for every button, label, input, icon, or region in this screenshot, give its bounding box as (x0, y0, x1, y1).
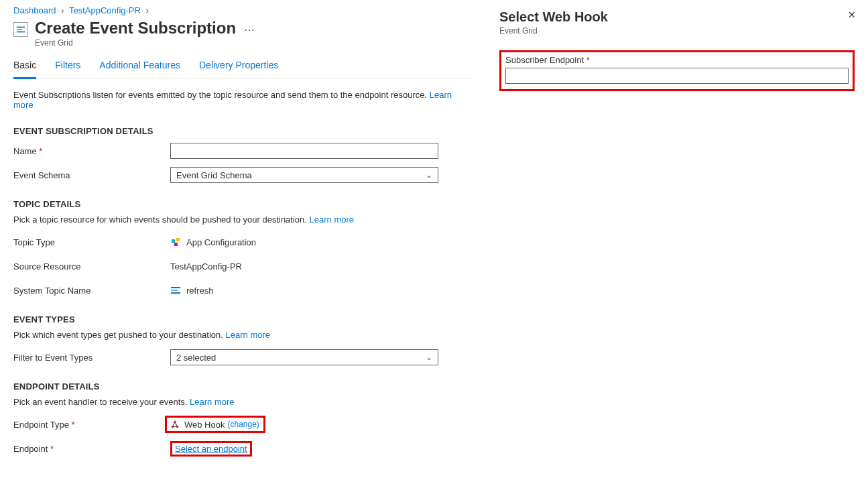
chevron-right-icon: › (61, 5, 64, 15)
tab-delivery-properties[interactable]: Delivery Properties (199, 56, 278, 78)
panel-subtitle: Event Grid (499, 26, 855, 36)
topic-type-value: App Configuration (186, 237, 256, 247)
label-endpoint-text: Endpoint (13, 444, 48, 454)
section-title-endpoint: ENDPOINT DETAILS (13, 381, 473, 392)
svg-rect-8 (171, 292, 180, 294)
page-title-block: Create Event Subscription Event Grid (35, 19, 236, 48)
label-subscriber-endpoint-text: Subscriber Endpoint (505, 55, 584, 65)
svg-rect-7 (171, 290, 178, 291)
breadcrumb-link-resource[interactable]: TestAppConfig-PR (69, 5, 141, 15)
system-topic-icon (170, 285, 181, 296)
svg-rect-1 (17, 29, 23, 30)
label-topic-type: Topic Type (13, 237, 170, 247)
endpoint-description: Pick an event handler to receive your ev… (13, 397, 473, 407)
source-resource-value: TestAppConfig-PR (170, 261, 242, 272)
tab-filters[interactable]: Filters (55, 56, 80, 78)
endpoint-type-value: Web Hook (184, 420, 225, 430)
svg-rect-4 (176, 238, 180, 241)
schema-value: Event Grid Schema (176, 170, 252, 180)
subscriber-endpoint-input[interactable] (505, 68, 849, 84)
label-name: Name * (13, 146, 170, 156)
change-endpoint-link[interactable]: (change) (227, 420, 259, 429)
label-schema: Event Schema (13, 170, 170, 180)
name-input[interactable] (170, 143, 438, 159)
learn-more-link-endpoint[interactable]: Learn more (190, 397, 234, 407)
label-name-text: Name (13, 146, 37, 156)
learn-more-link-topic[interactable]: Learn more (310, 215, 354, 225)
row-name: Name * (13, 141, 473, 160)
more-actions-button[interactable]: ⋯ (244, 23, 255, 36)
chevron-right-icon: › (146, 5, 149, 15)
row-topic-type: Topic Type App Configuration (13, 233, 473, 251)
breadcrumb-link-dashboard[interactable]: Dashboard (13, 5, 56, 15)
chevron-down-icon: ⌄ (426, 353, 432, 362)
event-types-description: Pick which event types get pushed to you… (13, 330, 473, 340)
section-title-event-types: EVENT TYPES (13, 314, 473, 324)
svg-rect-6 (171, 287, 180, 288)
row-schema: Event Schema Event Grid Schema ⌄ (13, 166, 473, 184)
label-source-resource: Source Resource (13, 261, 170, 272)
select-endpoint-link[interactable]: Select an endpoint (175, 444, 247, 454)
svg-rect-5 (174, 243, 178, 246)
main-content: Dashboard › TestAppConfig-PR › Create Ev… (0, 0, 486, 480)
filter-event-types-select[interactable]: 2 selected ⌄ (170, 349, 438, 365)
svg-rect-0 (17, 27, 25, 28)
side-panel: ✕ Select Web Hook Event Grid Subscriber … (486, 0, 868, 480)
page-description: Event Subscriptions listen for events em… (13, 90, 473, 110)
tab-basic[interactable]: Basic (13, 56, 36, 79)
app-config-icon (170, 237, 181, 247)
row-filter-event-types: Filter to Event Types 2 selected ⌄ (13, 348, 473, 367)
required-asterisk: * (39, 146, 42, 156)
subscriber-endpoint-field: Subscriber Endpoint * (499, 50, 855, 91)
tabs: Basic Filters Additional Features Delive… (13, 56, 473, 79)
system-topic-value-row: refresh (170, 285, 213, 296)
learn-more-link-event-types[interactable]: Learn more (226, 330, 270, 340)
system-topic-value: refresh (186, 286, 213, 296)
required-asterisk: * (586, 55, 590, 65)
required-asterisk: * (50, 444, 54, 454)
label-subscriber-endpoint: Subscriber Endpoint * (505, 55, 849, 65)
close-icon[interactable]: ✕ (848, 9, 856, 20)
label-endpoint: Endpoint * (13, 444, 170, 454)
required-asterisk: * (72, 420, 75, 430)
event-grid-icon (13, 22, 28, 37)
svg-rect-2 (17, 32, 25, 33)
label-system-topic: System Topic Name (13, 286, 170, 296)
page-subtitle: Event Grid (35, 38, 236, 48)
row-source-resource: Source Resource TestAppConfig-PR (13, 257, 473, 276)
panel-title: Select Web Hook (499, 9, 855, 25)
topic-type-value-row: App Configuration (170, 237, 256, 247)
select-endpoint-box: Select an endpoint (170, 441, 252, 457)
endpoint-desc-text: Pick an event handler to receive your ev… (13, 397, 187, 407)
section-title-topic: TOPIC DETAILS (13, 199, 473, 209)
row-endpoint-type: Endpoint Type * Web Hook (change) (13, 415, 473, 434)
topic-desc-text: Pick a topic resource for which events s… (13, 215, 307, 225)
tab-additional-features[interactable]: Additional Features (99, 56, 180, 78)
webhook-icon (170, 419, 180, 430)
description-text: Event Subscriptions listen for events em… (13, 90, 427, 100)
breadcrumb: Dashboard › TestAppConfig-PR › (13, 5, 473, 15)
page-title: Create Event Subscription (35, 19, 236, 37)
page-header: Create Event Subscription Event Grid ⋯ (13, 19, 473, 48)
endpoint-type-selector[interactable]: Web Hook (change) (165, 416, 265, 433)
chevron-down-icon: ⌄ (426, 170, 432, 180)
label-endpoint-type: Endpoint Type * (13, 420, 170, 430)
schema-select[interactable]: Event Grid Schema ⌄ (170, 167, 438, 183)
row-system-topic: System Topic Name refresh (13, 281, 473, 300)
row-endpoint: Endpoint * Select an endpoint (13, 439, 473, 458)
section-title-subscription: EVENT SUBSCRIPTION DETAILS (13, 126, 473, 136)
label-endpoint-type-text: Endpoint Type (13, 420, 69, 430)
label-filter-event-types: Filter to Event Types (13, 353, 170, 363)
filter-event-types-value: 2 selected (176, 353, 216, 363)
topic-description: Pick a topic resource for which events s… (13, 215, 473, 225)
event-types-desc-text: Pick which event types get pushed to you… (13, 330, 223, 340)
svg-rect-3 (172, 239, 175, 243)
